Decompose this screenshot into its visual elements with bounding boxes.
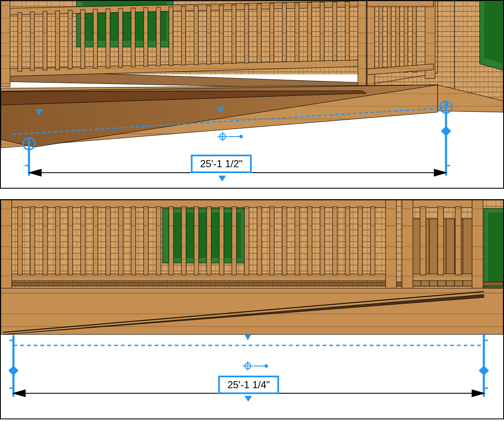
svg-marker-50 xyxy=(366,1,454,105)
svg-rect-148 xyxy=(1,288,503,334)
svg-rect-54 xyxy=(379,1,383,72)
svg-point-69 xyxy=(23,138,35,150)
svg-rect-112 xyxy=(106,207,110,275)
svg-rect-141 xyxy=(402,200,482,208)
svg-rect-58 xyxy=(412,1,416,72)
svg-rect-147 xyxy=(455,207,461,275)
svg-marker-80 xyxy=(218,176,226,182)
svg-rect-41 xyxy=(244,4,249,63)
svg-rect-98 xyxy=(484,208,503,288)
svg-rect-142 xyxy=(402,274,482,281)
svg-rect-55 xyxy=(387,1,391,72)
svg-marker-60 xyxy=(367,64,433,75)
svg-rect-97 xyxy=(168,213,241,258)
svg-rect-126 xyxy=(282,207,287,275)
svg-marker-59 xyxy=(367,1,433,7)
svg-rect-40 xyxy=(232,5,236,63)
svg-rect-118 xyxy=(181,207,186,275)
svg-rect-16 xyxy=(83,1,167,41)
svg-rect-108 xyxy=(55,207,60,275)
svg-rect-130 xyxy=(333,207,337,275)
svg-rect-134 xyxy=(410,219,478,286)
svg-rect-46 xyxy=(307,3,312,61)
svg-rect-125 xyxy=(270,207,274,275)
svg-rect-105 xyxy=(18,207,22,275)
svg-rect-57 xyxy=(404,1,408,72)
svg-rect-132 xyxy=(358,207,362,275)
svg-rect-129 xyxy=(320,207,325,275)
svg-rect-22 xyxy=(358,1,367,87)
svg-marker-164 xyxy=(13,390,25,397)
svg-rect-39 xyxy=(219,5,223,64)
svg-rect-45 xyxy=(295,3,299,62)
svg-rect-21 xyxy=(1,1,10,87)
svg-rect-133 xyxy=(370,207,375,275)
svg-rect-37 xyxy=(194,6,198,65)
svg-marker-65 xyxy=(438,85,503,112)
svg-marker-61 xyxy=(1,85,438,148)
svg-rect-27 xyxy=(68,10,72,69)
svg-rect-25 xyxy=(43,11,47,70)
svg-marker-79 xyxy=(442,127,450,135)
svg-rect-30 xyxy=(106,9,110,68)
svg-marker-11 xyxy=(1,1,503,106)
svg-rect-122 xyxy=(232,207,236,275)
svg-rect-114 xyxy=(131,207,136,275)
svg-rect-29 xyxy=(93,9,97,68)
dimension-value-top[interactable]: 25'-1 1/2" xyxy=(191,155,252,173)
svg-rect-109 xyxy=(68,207,73,275)
svg-rect-102 xyxy=(1,274,396,281)
svg-marker-51 xyxy=(367,1,438,85)
svg-rect-24 xyxy=(30,12,34,71)
svg-rect-95 xyxy=(1,200,503,301)
svg-rect-99 xyxy=(488,213,503,284)
svg-rect-131 xyxy=(345,207,350,275)
svg-point-78 xyxy=(239,135,243,138)
svg-point-74 xyxy=(220,134,226,139)
svg-rect-33 xyxy=(144,8,148,66)
svg-rect-120 xyxy=(207,207,211,275)
svg-rect-146 xyxy=(438,207,444,275)
svg-rect-53 xyxy=(425,1,435,79)
svg-rect-52 xyxy=(367,1,375,87)
svg-rect-116 xyxy=(156,207,161,275)
svg-marker-73 xyxy=(443,101,449,107)
svg-line-150 xyxy=(3,292,484,332)
svg-rect-47 xyxy=(320,2,324,61)
viewport-perspective[interactable]: 25'-1 1/2" xyxy=(0,0,504,189)
svg-rect-26 xyxy=(55,11,60,70)
svg-rect-119 xyxy=(194,207,199,275)
svg-marker-82 xyxy=(29,169,41,176)
svg-rect-117 xyxy=(169,207,173,275)
svg-rect-115 xyxy=(144,207,148,275)
svg-rect-103 xyxy=(1,200,12,291)
svg-rect-100 xyxy=(1,282,503,286)
svg-marker-71 xyxy=(36,109,43,116)
svg-marker-63 xyxy=(1,91,366,105)
svg-rect-128 xyxy=(307,207,312,275)
svg-rect-15 xyxy=(76,1,173,47)
dimension-value-bottom[interactable]: 25'-1 1/4" xyxy=(218,376,279,394)
svg-rect-144 xyxy=(472,200,483,291)
svg-rect-34 xyxy=(156,7,160,66)
svg-rect-35 xyxy=(169,7,173,66)
svg-rect-44 xyxy=(282,3,286,62)
svg-rect-36 xyxy=(181,6,186,65)
svg-marker-20 xyxy=(1,60,366,76)
svg-rect-43 xyxy=(270,3,274,62)
svg-marker-149 xyxy=(3,295,484,334)
svg-rect-31 xyxy=(118,8,123,67)
svg-rect-13 xyxy=(1,1,366,74)
svg-rect-143 xyxy=(402,200,413,291)
svg-marker-72 xyxy=(217,107,224,113)
svg-marker-155 xyxy=(9,366,18,375)
svg-rect-110 xyxy=(81,207,85,275)
svg-rect-107 xyxy=(43,207,47,275)
svg-marker-62 xyxy=(1,85,438,147)
svg-rect-48 xyxy=(333,2,337,61)
svg-rect-38 xyxy=(207,5,211,64)
viewport-elevation[interactable]: 25'-1 1/4" xyxy=(0,199,504,419)
svg-rect-145 xyxy=(420,207,426,275)
svg-rect-42 xyxy=(257,4,261,63)
svg-marker-17 xyxy=(480,1,503,70)
